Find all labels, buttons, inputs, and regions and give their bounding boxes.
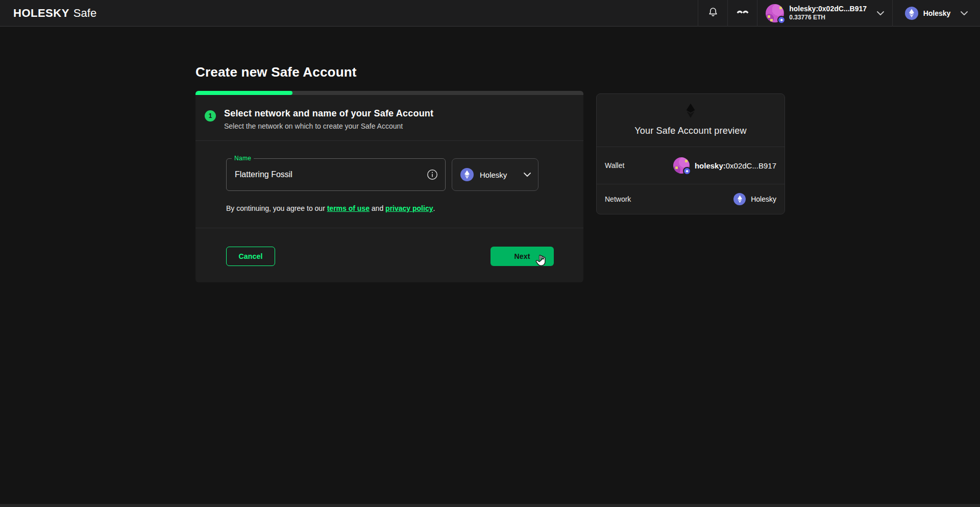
notifications-button[interactable] (698, 0, 727, 27)
network-row-label: Network (605, 195, 631, 203)
terms-text: By continuing, you agree to our terms of… (226, 204, 538, 212)
info-icon[interactable] (427, 169, 438, 180)
preview-wallet-address: holesky:0x02dC...B917 (695, 161, 776, 170)
page-title: Create new Safe Account (195, 64, 357, 80)
form-network-value: Holesky (480, 171, 507, 179)
safe-name-input[interactable] (235, 170, 427, 179)
network-selector[interactable]: Holesky (892, 0, 980, 27)
walletconnect-button[interactable] (727, 0, 757, 27)
terms-of-use-link[interactable]: terms of use (327, 204, 370, 212)
app-logo[interactable]: HOLESKY Safe (0, 7, 96, 20)
terms-and: and (370, 204, 385, 212)
wallet-balance: 0.33776 ETH (789, 14, 867, 21)
window-edge (0, 504, 980, 507)
preview-title: Your Safe Account preview (605, 126, 776, 136)
chevron-down-icon (877, 11, 884, 15)
name-network-form: Name Holesky (195, 141, 583, 228)
create-safe-step-card: 1 Select network and name of your Safe A… (195, 91, 583, 282)
wallet-avatar: ◆ (673, 157, 690, 174)
ethereum-icon (460, 168, 474, 181)
wallet-avatar: ◆ (766, 4, 784, 22)
preview-network-row: Network Holesky (597, 184, 785, 214)
step-header: 1 Select network and name of your Safe A… (195, 95, 583, 140)
next-button[interactable]: Next (491, 247, 554, 266)
preview-wallet-row: Wallet ◆ holesky:0x02dC...B917 (597, 147, 785, 184)
safe-name-field[interactable]: Name (226, 158, 446, 191)
header-actions: ◆ holesky:0x02dC...B917 0.33776 ETH Hole… (698, 0, 980, 27)
bell-icon (707, 6, 719, 20)
safe-account-preview-card: Your Safe Account preview Wallet ◆ holes… (596, 93, 785, 214)
ethereum-icon (905, 7, 918, 20)
step-title: Select network and name of your Safe Acc… (224, 108, 433, 119)
wallet-address-prefix: holesky: (695, 161, 726, 170)
wallet-provider-badge-icon: ◆ (777, 16, 786, 24)
ethereum-icon (733, 193, 746, 205)
connected-wallet-menu[interactable]: ◆ holesky:0x02dC...B917 0.33776 ETH (757, 0, 892, 27)
terms-prefix: By continuing, you agree to our (226, 204, 327, 212)
step-actions: Cancel Next (195, 228, 583, 282)
network-select[interactable]: Holesky (452, 158, 538, 191)
terms-suffix: . (433, 204, 435, 212)
name-field-label: Name (232, 155, 254, 162)
wallet-provider-badge-icon: ◆ (683, 167, 691, 175)
progress-bar (195, 91, 583, 95)
wallet-address-short: 0x02dC...B917 (726, 161, 776, 170)
wallet-address: holesky:0x02dC...B917 (789, 5, 867, 14)
wallet-row-label: Wallet (605, 161, 624, 170)
logo-network-name: HOLESKY (13, 7, 69, 20)
ethereum-dark-icon (685, 103, 696, 120)
logo-app-name: Safe (74, 7, 96, 20)
preview-network-value: Holesky (751, 195, 776, 203)
selected-network-label: Holesky (923, 9, 951, 17)
cancel-button[interactable]: Cancel (226, 247, 275, 266)
chevron-down-icon (961, 11, 968, 15)
chevron-down-icon (524, 173, 531, 177)
step-number-badge: 1 (205, 110, 216, 122)
app-header: HOLESKY Safe ◆ (0, 0, 980, 27)
progress-fill (195, 91, 292, 95)
step-subtitle: Select the network on which to create yo… (224, 122, 433, 130)
privacy-policy-link[interactable]: privacy policy (385, 204, 433, 212)
walletconnect-icon (736, 8, 750, 19)
